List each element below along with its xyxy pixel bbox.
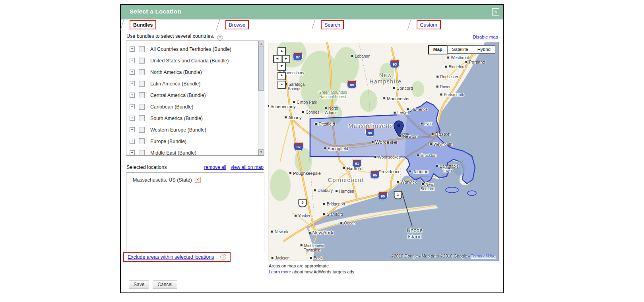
annotation-box: Exclude areas within selected locations … — [123, 252, 231, 262]
annotation-box: Browse — [225, 20, 249, 29]
bundle-checkbox[interactable] — [139, 104, 145, 110]
tab-bar: Bundles Browse Search Custom — [121, 19, 503, 30]
learn-more-link[interactable]: Learn more — [269, 269, 291, 274]
scroll-up-icon[interactable]: ▲ — [258, 41, 264, 47]
tab[interactable]: Bundles — [121, 19, 217, 30]
remove-location-icon[interactable]: ✕ — [195, 177, 201, 183]
bundle-checkbox[interactable] — [139, 115, 145, 121]
terms-of-use-link[interactable]: Terms of Use — [471, 254, 495, 258]
bundle-row: + Caribbean (Bundle) — [126, 101, 258, 112]
expand-plus-icon[interactable]: + — [130, 116, 135, 121]
scroll-down-icon[interactable]: ▼ — [258, 149, 264, 155]
exclude-row: Exclude areas within selected locations … — [123, 252, 231, 262]
bundle-label: Caribbean (Bundle) — [150, 104, 193, 110]
selected-locations-label: Selected locations — [126, 165, 167, 170]
bundle-row: + All Countries and Territories (Bundle) — [126, 43, 258, 55]
bundle-row: + Western Europe (Bundle) — [126, 124, 258, 136]
tab-label[interactable]: Search — [324, 22, 340, 28]
bundle-row: + South America (Bundle) — [126, 112, 258, 124]
bundle-row: + United States and Canada (Bundle) — [126, 55, 258, 66]
zoom-out-icon[interactable]: − — [277, 81, 286, 89]
expand-plus-icon[interactable]: + — [130, 58, 135, 63]
map-type-button[interactable]: Hybrid — [473, 45, 495, 54]
select-location-dialog: Select a Location ✕ Bundles Browse — [120, 4, 504, 293]
expand-plus-icon[interactable]: + — [130, 139, 135, 144]
bundle-checkbox[interactable] — [139, 58, 145, 64]
map-type-button[interactable]: Map — [428, 45, 448, 54]
disable-map-row: Disable map — [473, 35, 498, 39]
bundle-checkbox[interactable] — [139, 138, 145, 144]
save-button[interactable]: Save — [129, 281, 149, 288]
exclude-areas-link[interactable]: Exclude areas within selected locations — [128, 254, 214, 260]
tab-slant — [120, 19, 124, 30]
bundle-label: United States and Canada (Bundle) — [150, 58, 229, 64]
bundles-instruction: Use bundles to select several countries.… — [126, 33, 223, 41]
tab[interactable]: Custom — [408, 19, 504, 30]
bundle-label: Western Europe (Bundle) — [150, 127, 206, 133]
tab-label[interactable]: Custom — [420, 22, 437, 28]
scrollbar[interactable]: ▲ ▼ — [258, 41, 264, 155]
rhode-island-callout: Rhode Island — [407, 227, 423, 240]
annotation-box: Search — [321, 20, 344, 29]
expand-plus-icon[interactable]: + — [130, 93, 135, 98]
cancel-button[interactable]: Cancel — [153, 281, 177, 288]
pan-right-icon[interactable]: ► — [282, 55, 290, 63]
tab[interactable]: Search — [312, 19, 408, 30]
bundle-row: + North America (Bundle) — [126, 66, 258, 78]
bundle-label: Europe (Bundle) — [150, 139, 186, 144]
dialog-footer: Save Cancel — [129, 281, 177, 288]
tab-label[interactable]: Bundles — [133, 22, 153, 28]
close-icon[interactable]: ✕ — [492, 8, 499, 15]
bundle-list: + All Countries and Territories (Bundle)… — [126, 41, 264, 156]
help-icon[interactable]: ? — [220, 254, 226, 260]
bundle-checkbox[interactable] — [139, 127, 145, 133]
bundle-label: Middle East (Bundle) — [150, 150, 196, 156]
dialog-title: Select a Location — [130, 8, 181, 15]
copyright-text: ©2010 Google - Map data ©2010 Google - — [391, 254, 471, 258]
bundle-checkbox[interactable] — [139, 81, 145, 87]
annotation-box: Custom — [417, 20, 441, 29]
annotation-box: Bundles — [130, 20, 156, 29]
bundle-checkbox[interactable] — [139, 46, 145, 52]
bundle-label: Central America (Bundle) — [150, 93, 206, 98]
approx-note: Areas on map are approximate. — [269, 263, 355, 269]
tab[interactable]: Browse — [217, 19, 312, 30]
bundle-checkbox[interactable] — [139, 92, 145, 98]
selected-locations-links: remove all view all on map — [201, 165, 264, 170]
tab-slant — [407, 19, 411, 30]
map[interactable]: New HampshireMassachusettsConnecticutGre… — [268, 42, 499, 261]
bundle-row: + Central America (Bundle) — [126, 89, 258, 101]
bundle-row: + Europe (Bundle) — [126, 136, 258, 147]
bundle-checkbox[interactable] — [139, 69, 145, 75]
view-all-on-map-link[interactable]: view all on map — [231, 165, 264, 170]
map-copyright: ©2010 Google - Map data ©2010 Google - T… — [391, 254, 495, 258]
pan-down-icon[interactable]: ▼ — [277, 62, 286, 71]
tab-slant — [312, 19, 315, 30]
disable-map-link[interactable]: Disable map — [473, 35, 498, 39]
selected-locations-box: Massachusetts, US (State) ✕ — [126, 172, 264, 251]
pan-left-icon[interactable]: ◄ — [273, 55, 281, 63]
zoom-in-icon[interactable]: + — [277, 72, 286, 80]
dialog-titlebar: Select a Location ✕ — [121, 5, 503, 19]
help-icon[interactable]: ? — [217, 35, 223, 41]
map-type-button[interactable]: Satellite — [447, 45, 473, 54]
map-type-control: MapSatelliteHybrid — [429, 45, 495, 54]
expand-plus-icon[interactable]: + — [130, 150, 135, 155]
expand-plus-icon[interactable]: + — [130, 104, 135, 109]
expand-plus-icon[interactable]: + — [130, 127, 135, 132]
bundle-checkbox[interactable] — [139, 150, 145, 155]
bundle-rows: + All Countries and Territories (Bundle)… — [126, 41, 258, 155]
map-pan-zoom-control: ▲ ◄ ► ▼ + − — [273, 47, 297, 91]
selected-location-item: Massachusetts, US (State) ✕ — [133, 177, 264, 183]
pan-up-icon[interactable]: ▲ — [277, 47, 286, 56]
tab-label[interactable]: Browse — [229, 22, 246, 28]
bundle-label: South America (Bundle) — [150, 116, 203, 121]
remove-all-link[interactable]: remove all — [204, 165, 226, 170]
expand-plus-icon[interactable]: + — [130, 81, 135, 86]
selected-location-text: Massachusetts, US (State) — [133, 177, 192, 183]
learn-more-row: Learn more about how AdWords targets ads… — [269, 269, 355, 275]
expand-plus-icon[interactable]: + — [130, 70, 135, 75]
scroll-thumb[interactable] — [258, 47, 264, 91]
expand-plus-icon[interactable]: + — [130, 46, 135, 52]
bundle-row: + Latin America (Bundle) — [126, 78, 258, 89]
